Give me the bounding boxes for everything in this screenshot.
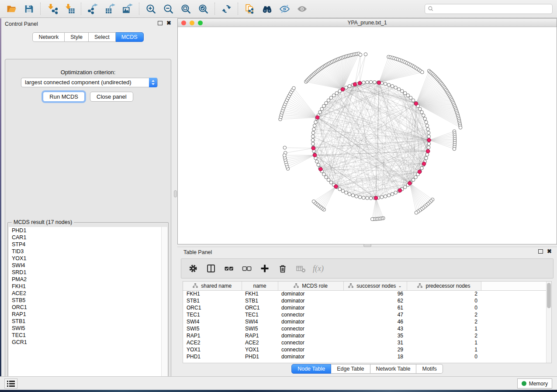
mcds-result-item[interactable]: ORC1 xyxy=(9,304,161,311)
column-header-MCDS-role[interactable]: MCDS role xyxy=(278,282,343,290)
table-row[interactable]: SWI5SWI5connector431 xyxy=(183,325,547,332)
table-tab-node-table[interactable]: Node Table xyxy=(291,364,331,374)
mcds-list-scrollbar[interactable] xyxy=(161,227,167,383)
mcds-result-item[interactable]: RAP1 xyxy=(9,311,161,318)
mcds-result-item[interactable]: GCR1 xyxy=(9,339,161,346)
table-row[interactable]: ACE2ACE2connector311 xyxy=(183,339,547,346)
mcds-result-item[interactable]: ACE2 xyxy=(9,290,161,297)
table-tab-motifs[interactable]: Motifs xyxy=(416,364,443,374)
mcds-result-item[interactable]: STB5 xyxy=(9,297,161,304)
memory-label: Memory xyxy=(529,381,548,387)
search-icon xyxy=(428,6,434,12)
mcds-result-item[interactable]: TID3 xyxy=(9,248,161,255)
column-visibility-button[interactable] xyxy=(205,263,217,274)
network-graph[interactable] xyxy=(178,27,557,244)
refresh-layout-button[interactable] xyxy=(218,2,235,16)
mcds-result-item[interactable]: FKH1 xyxy=(9,283,161,290)
import-table-button[interactable] xyxy=(61,2,78,16)
clone-network-button[interactable] xyxy=(241,2,258,16)
mcds-result-list[interactable]: PHD1CAR1STP4TID3YOX1SWI4SRD1PMA2FKH1ACE2… xyxy=(9,227,161,383)
table-panel-title: Table Panel xyxy=(183,249,212,255)
float-table-panel-icon[interactable] xyxy=(538,249,543,254)
table-scrollbar[interactable] xyxy=(546,282,551,363)
save-session-icon xyxy=(24,3,35,14)
mcds-result-item[interactable]: STP4 xyxy=(9,241,161,248)
table-row[interactable]: PHD1PHD1dominator180 xyxy=(183,353,547,360)
table-scrollbar-thumb[interactable] xyxy=(547,283,551,308)
show-all-button[interactable] xyxy=(293,2,311,16)
zoom-in-button[interactable] xyxy=(142,2,159,16)
column-header-shared-name[interactable]: shared name xyxy=(183,282,242,290)
zoom-fit-button[interactable] xyxy=(177,2,194,16)
import-network-button[interactable] xyxy=(43,2,61,16)
mcds-result-item[interactable]: STB1 xyxy=(9,318,161,325)
table-row[interactable]: SWI4SWI4dominator462 xyxy=(183,318,547,325)
float-window-icon[interactable] xyxy=(158,21,163,25)
tab-mcds[interactable]: MCDS xyxy=(116,32,144,42)
mcds-result-title: MCDS result (17 nodes) xyxy=(12,219,74,225)
zoom-out-button[interactable] xyxy=(159,2,177,16)
optimization-criterion-label: Optimization criterion: xyxy=(5,69,171,76)
column-header-successor-nodes[interactable]: successor nodes⌄ xyxy=(343,282,407,290)
search-input[interactable] xyxy=(425,4,553,14)
zoom-traffic-light[interactable] xyxy=(198,21,203,25)
column-header-predecessor-nodes[interactable]: predecessor nodes xyxy=(407,282,481,290)
open-file-button[interactable] xyxy=(3,2,20,16)
table-toolbar: f(x) xyxy=(181,258,554,279)
search-binoculars-button[interactable] xyxy=(258,2,276,16)
table-row[interactable]: FKH1FKH1dominator962 xyxy=(183,290,547,297)
import-network-icon xyxy=(47,3,58,14)
memory-button[interactable]: Memory xyxy=(517,378,552,389)
table-options-gear-button[interactable] xyxy=(187,263,199,274)
export-network-icon xyxy=(87,3,98,14)
close-panel-button[interactable]: Close panel xyxy=(90,92,133,102)
column-header-name[interactable]: name xyxy=(242,282,278,290)
table-row[interactable]: ORC1ORC1dominator610 xyxy=(183,304,547,311)
mcds-result-item[interactable]: PHD1 xyxy=(9,227,161,234)
function-builder-button[interactable]: f(x) xyxy=(313,264,324,273)
table-row[interactable]: STB1STB1dominator620 xyxy=(183,297,547,304)
export-table-button[interactable] xyxy=(101,2,119,16)
network-window-titlebar[interactable]: YPA_prune.txt_1 xyxy=(178,19,557,27)
add-column-button[interactable] xyxy=(259,263,270,274)
mcds-result-item[interactable]: CAR1 xyxy=(9,234,161,241)
zoom-selected-button[interactable] xyxy=(194,2,212,16)
column-type-icon xyxy=(348,283,353,288)
minimize-traffic-light[interactable] xyxy=(190,21,194,25)
delete-columns-button[interactable] xyxy=(277,263,288,274)
mcds-result-item[interactable]: SRD1 xyxy=(9,269,161,276)
table-row[interactable]: RAP1RAP1dominator352 xyxy=(183,332,547,339)
optimization-criterion-select[interactable]: largest connected component (undirected) xyxy=(21,78,158,87)
mcds-result-item[interactable]: YOX1 xyxy=(9,255,161,262)
table-row[interactable]: TEC1TEC1connector472 xyxy=(183,311,547,318)
mcds-result-item[interactable]: SWI4 xyxy=(9,262,161,269)
hide-selected-button[interactable] xyxy=(276,2,293,16)
table-tab-edge-table[interactable]: Edge Table xyxy=(331,364,370,374)
task-history-button[interactable] xyxy=(4,378,17,389)
select-all-rows-button[interactable] xyxy=(223,263,235,274)
tab-style[interactable]: Style xyxy=(65,32,89,42)
node-table: shared namename MCDS role successor node… xyxy=(183,281,552,363)
save-session-button[interactable] xyxy=(20,2,38,16)
close-table-panel-icon[interactable]: ✖ xyxy=(547,249,552,254)
close-panel-icon[interactable]: ✖ xyxy=(166,21,171,25)
export-image-button[interactable] xyxy=(119,2,136,16)
memory-status-icon xyxy=(522,381,526,386)
horizontal-splitter-handle[interactable] xyxy=(363,244,371,247)
mcds-result-item[interactable]: SWI5 xyxy=(9,325,161,332)
tab-network[interactable]: Network xyxy=(32,32,65,42)
table-tab-network-table[interactable]: Network Table xyxy=(370,364,417,374)
mcds-result-item[interactable]: PMA2 xyxy=(9,276,161,283)
search-binoculars-icon xyxy=(262,3,273,14)
mcds-result-item[interactable]: TEC1 xyxy=(9,332,161,339)
vertical-splitter-handle[interactable] xyxy=(174,190,177,197)
toolbar-separator xyxy=(139,3,139,15)
close-traffic-light[interactable] xyxy=(181,21,186,25)
export-network-button[interactable] xyxy=(84,2,101,16)
tab-select[interactable]: Select xyxy=(89,32,116,42)
delete-table-button[interactable] xyxy=(295,263,306,274)
toolbar-separator xyxy=(214,3,215,15)
run-mcds-button[interactable]: Run MCDS xyxy=(43,92,85,102)
deselect-all-rows-button[interactable] xyxy=(241,263,253,274)
table-row[interactable]: YOX1YOX1connector291 xyxy=(183,346,547,353)
